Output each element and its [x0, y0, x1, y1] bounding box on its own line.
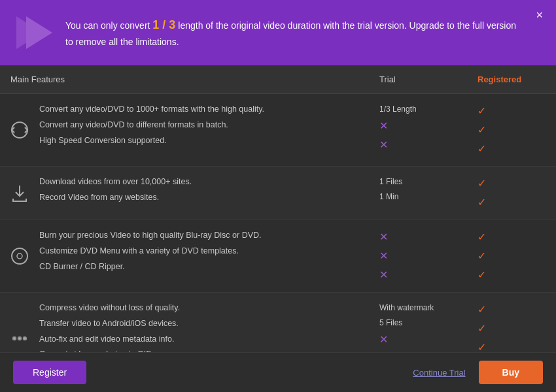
feature-line: Burn your precious Video to high quality…	[39, 229, 366, 242]
svg-point-6	[24, 336, 27, 340]
trial-value: ✕	[379, 118, 464, 134]
feature-rows: Convert any video/DVD to 1000+ formats w…	[0, 94, 556, 352]
buy-button[interactable]: Buy	[479, 361, 543, 384]
trial-value: 1 Files	[379, 176, 464, 188]
trial-values-cell: 1 Files1 Min	[373, 174, 471, 212]
trial-value: 5 Files	[379, 317, 464, 329]
svg-point-5	[18, 336, 22, 340]
col-main-features: Main Features	[0, 72, 373, 87]
feature-line: Record Video from any websites.	[39, 191, 366, 204]
column-headers: Main Features Trial Registered	[0, 65, 556, 94]
svg-point-3	[17, 253, 22, 259]
feature-row: Burn your precious Video to high quality…	[0, 220, 556, 293]
trial-value: ✕	[379, 137, 464, 153]
header-text-start: You can only convert	[65, 20, 152, 31]
feature-lines-cell: Download videos from over 10,000+ sites.…	[39, 174, 373, 212]
reg-check: ✓	[478, 103, 549, 119]
reg-check: ✓	[478, 267, 549, 283]
trial-value: ✕	[379, 267, 464, 283]
feature-line: Convert any video/DVD to different forma…	[39, 119, 366, 131]
reg-values-cell: ✓✓✓	[471, 102, 556, 158]
trial-value: 1/3 Length	[379, 103, 464, 115]
feature-icon-cell	[0, 301, 39, 352]
reg-check: ✓	[478, 176, 549, 191]
register-button[interactable]: Register	[13, 361, 86, 384]
col-registered: Registered	[471, 72, 556, 87]
feature-line: Transfer video to Android/iOS devices.	[39, 318, 366, 330]
dialog: You can only convert 1 / 3 length of the…	[0, 0, 556, 392]
trial-values-cell: 1/3 Length✕✕	[373, 102, 471, 158]
feature-icon-cell	[0, 228, 39, 284]
header-message: You can only convert 1 / 3 length of the…	[65, 16, 517, 49]
feature-lines-cell: Convert any video/DVD to 1000+ formats w…	[39, 102, 373, 158]
trial-values-cell: ✕✕✕	[373, 228, 471, 284]
feature-icon-cell	[0, 174, 39, 212]
feature-line: Download videos from over 10,000+ sites.	[39, 176, 366, 188]
footer: Register Continue Trial Buy	[0, 352, 556, 392]
reg-check: ✓	[478, 141, 549, 157]
reg-check: ✓	[478, 321, 549, 336]
trial-value: ✕	[379, 332, 464, 348]
svg-marker-1	[26, 16, 52, 49]
trial-value: 1 Min	[379, 191, 464, 203]
feature-icon-cell	[0, 102, 39, 158]
feature-line: CD Burner / CD Ripper.	[39, 261, 366, 273]
app-logo	[13, 13, 52, 52]
feature-lines-cell: Compress video without loss of quality.T…	[39, 301, 373, 352]
svg-point-4	[13, 336, 16, 340]
feature-row: Compress video without loss of quality.T…	[0, 293, 556, 352]
continue-trial-link[interactable]: Continue Trial	[413, 368, 465, 378]
feature-row: Download videos from over 10,000+ sites.…	[0, 167, 556, 220]
reg-values-cell: ✓✓✓	[471, 228, 556, 284]
svg-point-2	[12, 248, 27, 264]
feature-line: Convert any video/DVD to 1000+ formats w…	[39, 103, 366, 116]
reg-check: ✓	[478, 195, 549, 210]
feature-row: Convert any video/DVD to 1000+ formats w…	[0, 94, 556, 167]
trial-value: With watermark	[379, 302, 464, 314]
feature-line: High Speed Conversion supported.	[39, 135, 366, 147]
reg-check: ✓	[478, 122, 549, 138]
header-banner: You can only convert 1 / 3 length of the…	[0, 0, 556, 65]
trial-value: ✕	[379, 229, 464, 245]
feature-line: Customize DVD Menu with a variety of DVD…	[39, 245, 366, 257]
reg-values-cell: ✓✓✓✓	[471, 301, 556, 352]
feature-line: Auto-fix and edit video metadata info.	[39, 333, 366, 346]
trial-value: ✕	[379, 248, 464, 264]
feature-lines-cell: Burn your precious Video to high quality…	[39, 228, 373, 284]
trial-values-cell: With watermark5 Files✕5 Files	[373, 301, 471, 352]
reg-check: ✓	[478, 248, 549, 264]
reg-check: ✓	[478, 302, 549, 318]
col-trial: Trial	[373, 72, 471, 87]
close-button[interactable]: ×	[532, 8, 547, 22]
fraction-label: 1 / 3	[152, 18, 175, 31]
reg-values-cell: ✓✓	[471, 174, 556, 212]
reg-check: ✓	[478, 229, 549, 245]
feature-line: Compress video without loss of quality.	[39, 302, 366, 314]
reg-check: ✓	[478, 340, 549, 352]
